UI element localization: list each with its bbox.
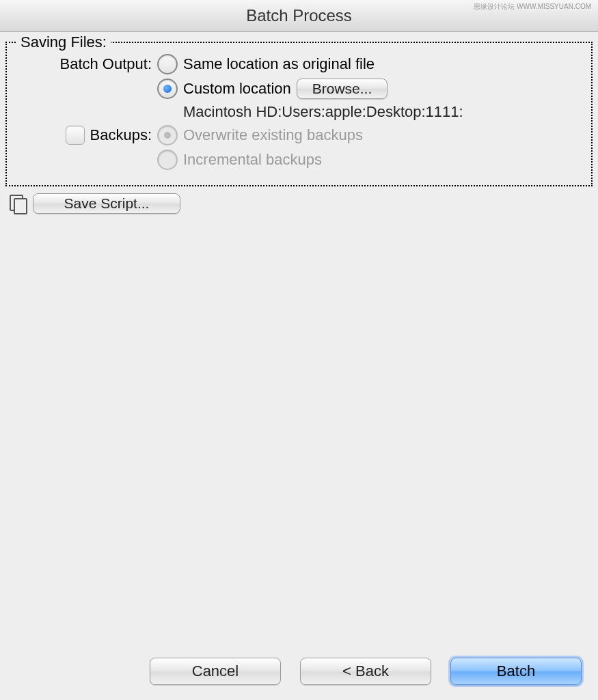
back-button[interactable]: < Back <box>300 658 431 685</box>
batch-process-window: Batch Process 思缘设计论坛 WWW.MISSYUAN.COM Sa… <box>0 0 598 700</box>
titlebar: Batch Process 思缘设计论坛 WWW.MISSYUAN.COM <box>0 0 598 32</box>
batch-output-row-2: Custom location Browse... <box>15 79 583 99</box>
backups-row-2: Incremental backups <box>15 150 583 170</box>
radio-overwrite-backups <box>157 125 178 145</box>
footer-buttons: Cancel < Back Batch <box>16 658 582 685</box>
browse-button[interactable]: Browse... <box>297 79 388 99</box>
batch-output-row-1: Batch Output: Same location as original … <box>15 54 583 74</box>
path-row: Macintosh HD:Users:apple:Desktop:1111: <box>15 103 583 121</box>
saving-files-fieldset: Saving Files: Batch Output: Same locatio… <box>5 42 593 186</box>
batch-button[interactable]: Batch <box>450 658 582 685</box>
radio-same-location[interactable] <box>157 54 178 74</box>
batch-output-label: Batch Output: <box>15 55 157 73</box>
content-area: Saving Files: Batch Output: Same locatio… <box>0 32 598 214</box>
backups-label: Backups: <box>90 126 152 144</box>
window-title: Batch Process <box>246 6 352 25</box>
radio-same-location-label[interactable]: Same location as original file <box>183 55 375 73</box>
custom-location-path: Macintosh HD:Users:apple:Desktop:1111: <box>183 103 463 121</box>
radio-incremental-backups <box>157 150 178 170</box>
documents-icon <box>10 195 26 212</box>
radio-custom-location-label[interactable]: Custom location <box>183 80 291 98</box>
radio-incremental-label: Incremental backups <box>183 151 322 169</box>
fieldset-legend: Saving Files: <box>16 33 111 51</box>
backups-row-1: Backups: Overwrite existing backups <box>15 125 583 145</box>
backups-checkbox[interactable] <box>66 126 85 145</box>
cancel-button[interactable]: Cancel <box>150 658 281 685</box>
radio-overwrite-label: Overwrite existing backups <box>183 126 363 144</box>
watermark-text: 思缘设计论坛 WWW.MISSYUAN.COM <box>474 3 591 11</box>
radio-custom-location[interactable] <box>157 79 178 99</box>
save-script-button[interactable]: Save Script... <box>33 193 180 214</box>
save-script-row: Save Script... <box>10 193 593 214</box>
